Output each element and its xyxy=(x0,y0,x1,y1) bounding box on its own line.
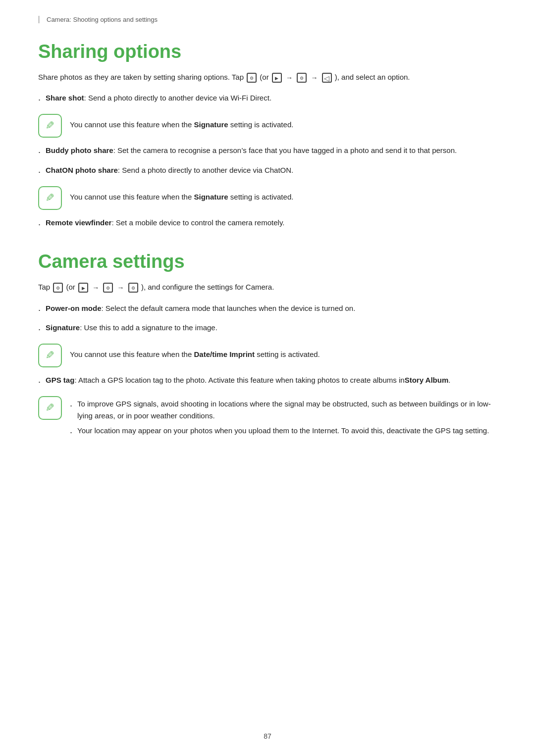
play-icon-1: ▶ xyxy=(272,73,282,83)
note-box-3: You cannot use this feature when the Dat… xyxy=(38,344,497,367)
note-bullet-2: · Your location may appear on your photo… xyxy=(70,425,497,440)
list-item: · Buddy photo share: Set the camera to r… xyxy=(38,145,497,159)
settings-icon-2: ⚙ xyxy=(297,73,307,83)
share-back-icon-1: ◁ xyxy=(322,73,332,83)
note-box-4: · To improve GPS signals, avoid shooting… xyxy=(38,396,497,443)
list-item: · Signature: Use this to add a signature… xyxy=(38,322,497,337)
arrow-4: → xyxy=(117,282,124,293)
note-icon-2 xyxy=(38,186,62,210)
sharing-options-list-2: · Buddy photo share: Set the camera to r… xyxy=(38,145,497,179)
sharing-options-title: Sharing options xyxy=(38,41,497,62)
bullet-dot: · xyxy=(70,399,72,413)
arrow-2: → xyxy=(311,72,318,83)
bullet-dot: · xyxy=(38,303,41,317)
sharing-options-intro: Share photos as they are taken by settin… xyxy=(38,71,497,83)
bullet-dot: · xyxy=(38,145,41,159)
page-container: Camera: Shooting options and settings Sh… xyxy=(0,0,535,756)
settings-icon-1: ⚙ xyxy=(247,73,257,83)
bullet-dot: · xyxy=(38,165,41,179)
camera-settings-list: · Power-on mode: Select the default came… xyxy=(38,302,497,337)
settings-icon-3: ⚙ xyxy=(53,283,63,293)
note-icon-1 xyxy=(38,114,62,138)
camera-settings-title: Camera settings xyxy=(38,251,497,272)
note-icon-4 xyxy=(38,396,62,420)
settings-icon-4: ⚙ xyxy=(103,283,113,293)
camera-settings-list-2: · GPS tag: Attach a GPS location tag to … xyxy=(38,374,497,389)
note-icon-3 xyxy=(38,344,62,367)
list-item: · Remote viewfinder: Set a mobile device… xyxy=(38,217,497,232)
settings-icon-5: ⚙ xyxy=(128,283,138,293)
sharing-options-list: · Share shot: Send a photo directly to a… xyxy=(38,92,497,107)
list-item: · GPS tag: Attach a GPS location tag to … xyxy=(38,374,497,389)
bullet-dot: · xyxy=(38,93,41,107)
bullet-dot: · xyxy=(38,375,41,389)
list-item: · ChatON photo share: Send a photo direc… xyxy=(38,164,497,179)
list-item: · Power-on mode: Select the default came… xyxy=(38,302,497,317)
sharing-options-list-3: · Remote viewfinder: Set a mobile device… xyxy=(38,217,497,232)
arrow-1: → xyxy=(286,72,293,83)
note-box-1: You cannot use this feature when the Sig… xyxy=(38,114,497,138)
camera-settings-intro: Tap ⚙ (or ▶ → ⚙ → ⚙ ), and configure the… xyxy=(38,281,497,293)
list-item: · Share shot: Send a photo directly to a… xyxy=(38,92,497,107)
arrow-3: → xyxy=(92,282,99,293)
page-number: 87 xyxy=(264,732,271,740)
bullet-dot: · xyxy=(38,217,41,232)
note-bullet-1: · To improve GPS signals, avoid shooting… xyxy=(70,398,497,422)
bullet-dot: · xyxy=(70,425,72,440)
breadcrumb: Camera: Shooting options and settings xyxy=(38,16,497,23)
note-box-2: You cannot use this feature when the Sig… xyxy=(38,186,497,210)
play-icon-2: ▶ xyxy=(78,283,88,293)
bullet-dot: · xyxy=(38,322,41,337)
